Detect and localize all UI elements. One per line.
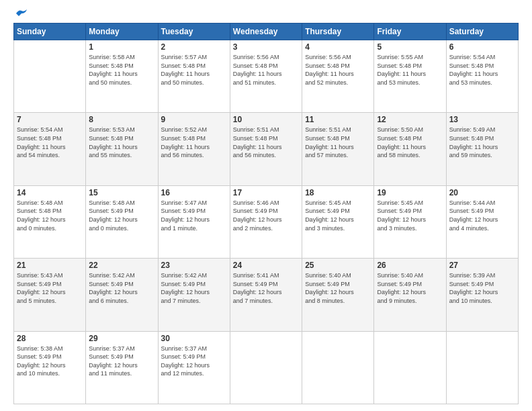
day-number: 28 — [17, 334, 83, 343]
day-number: 30 — [161, 334, 227, 343]
header — [13, 11, 519, 16]
day-number: 17 — [233, 188, 299, 197]
calendar-header: SundayMondayTuesdayWednesdayThursdayFrid… — [14, 24, 519, 40]
calendar-cell: 21Sunrise: 5:43 AM Sunset: 5:49 PM Dayli… — [14, 259, 86, 331]
calendar-cell: 30Sunrise: 5:37 AM Sunset: 5:49 PM Dayli… — [158, 331, 230, 404]
calendar-cell: 25Sunrise: 5:40 AM Sunset: 5:49 PM Dayli… — [302, 259, 374, 331]
day-number: 19 — [377, 188, 443, 197]
day-info: Sunrise: 5:38 AM Sunset: 5:49 PM Dayligh… — [17, 345, 83, 378]
calendar-cell: 13Sunrise: 5:49 AM Sunset: 5:48 PM Dayli… — [446, 113, 518, 185]
day-number: 20 — [449, 188, 515, 197]
logo — [13, 11, 28, 16]
calendar-cell: 16Sunrise: 5:47 AM Sunset: 5:49 PM Dayli… — [158, 185, 230, 258]
day-number: 2 — [161, 42, 227, 52]
calendar-cell: 7Sunrise: 5:54 AM Sunset: 5:48 PM Daylig… — [14, 113, 86, 185]
day-number: 9 — [161, 115, 227, 124]
calendar-week-1: 7Sunrise: 5:54 AM Sunset: 5:48 PM Daylig… — [14, 113, 519, 185]
calendar-cell: 6Sunrise: 5:54 AM Sunset: 5:48 PM Daylig… — [446, 40, 518, 113]
calendar-cell: 2Sunrise: 5:57 AM Sunset: 5:48 PM Daylig… — [158, 40, 230, 113]
calendar-cell: 9Sunrise: 5:52 AM Sunset: 5:48 PM Daylig… — [158, 113, 230, 185]
day-number: 5 — [377, 42, 443, 52]
day-info: Sunrise: 5:51 AM Sunset: 5:48 PM Dayligh… — [233, 126, 299, 159]
day-info: Sunrise: 5:54 AM Sunset: 5:48 PM Dayligh… — [17, 126, 83, 159]
day-info: Sunrise: 5:48 AM Sunset: 5:49 PM Dayligh… — [89, 199, 154, 232]
calendar-cell: 4Sunrise: 5:56 AM Sunset: 5:48 PM Daylig… — [302, 40, 374, 113]
logo-bird-icon — [15, 8, 28, 19]
day-number: 21 — [17, 261, 83, 270]
weekday-header-friday: Friday — [374, 24, 446, 40]
calendar-cell: 1Sunrise: 5:58 AM Sunset: 5:48 PM Daylig… — [86, 40, 158, 113]
calendar-cell: 8Sunrise: 5:53 AM Sunset: 5:48 PM Daylig… — [86, 113, 158, 185]
calendar-week-2: 14Sunrise: 5:48 AM Sunset: 5:48 PM Dayli… — [14, 185, 519, 258]
day-info: Sunrise: 5:48 AM Sunset: 5:48 PM Dayligh… — [17, 199, 83, 232]
day-number: 15 — [89, 188, 154, 197]
day-info: Sunrise: 5:45 AM Sunset: 5:49 PM Dayligh… — [305, 199, 371, 232]
weekday-header-tuesday: Tuesday — [158, 24, 230, 40]
day-info: Sunrise: 5:42 AM Sunset: 5:49 PM Dayligh… — [161, 271, 227, 305]
day-number: 29 — [89, 334, 154, 343]
day-info: Sunrise: 5:54 AM Sunset: 5:48 PM Dayligh… — [449, 53, 515, 87]
day-info: Sunrise: 5:56 AM Sunset: 5:48 PM Dayligh… — [233, 53, 299, 87]
page: SundayMondayTuesdayWednesdayThursdayFrid… — [0, 0, 532, 411]
calendar-cell: 29Sunrise: 5:37 AM Sunset: 5:49 PM Dayli… — [86, 331, 158, 404]
day-number: 26 — [377, 261, 443, 270]
day-number: 8 — [89, 115, 154, 124]
day-number: 1 — [89, 42, 154, 52]
calendar-cell: 22Sunrise: 5:42 AM Sunset: 5:49 PM Dayli… — [86, 259, 158, 331]
day-info: Sunrise: 5:40 AM Sunset: 5:49 PM Dayligh… — [377, 271, 443, 305]
day-info: Sunrise: 5:53 AM Sunset: 5:48 PM Dayligh… — [89, 126, 154, 159]
calendar-cell — [302, 331, 374, 404]
day-number: 27 — [449, 261, 515, 270]
day-info: Sunrise: 5:45 AM Sunset: 5:49 PM Dayligh… — [377, 199, 443, 232]
day-info: Sunrise: 5:50 AM Sunset: 5:48 PM Dayligh… — [377, 126, 443, 159]
calendar-cell: 14Sunrise: 5:48 AM Sunset: 5:48 PM Dayli… — [14, 185, 86, 258]
day-info: Sunrise: 5:42 AM Sunset: 5:49 PM Dayligh… — [89, 271, 154, 305]
calendar-cell: 19Sunrise: 5:45 AM Sunset: 5:49 PM Dayli… — [374, 185, 446, 258]
calendar-cell: 24Sunrise: 5:41 AM Sunset: 5:49 PM Dayli… — [230, 259, 302, 331]
day-number: 12 — [377, 115, 443, 124]
calendar-cell: 3Sunrise: 5:56 AM Sunset: 5:48 PM Daylig… — [230, 40, 302, 113]
day-number: 3 — [233, 42, 299, 52]
weekday-header-wednesday: Wednesday — [230, 24, 302, 40]
calendar-table: SundayMondayTuesdayWednesdayThursdayFrid… — [13, 23, 519, 404]
day-info: Sunrise: 5:43 AM Sunset: 5:49 PM Dayligh… — [17, 271, 83, 305]
day-info: Sunrise: 5:55 AM Sunset: 5:48 PM Dayligh… — [377, 53, 443, 87]
day-number: 16 — [161, 188, 227, 197]
calendar-body: 1Sunrise: 5:58 AM Sunset: 5:48 PM Daylig… — [14, 40, 519, 404]
day-info: Sunrise: 5:39 AM Sunset: 5:49 PM Dayligh… — [449, 271, 515, 305]
weekday-header-sunday: Sunday — [14, 24, 86, 40]
day-number: 13 — [449, 115, 515, 124]
calendar-cell: 27Sunrise: 5:39 AM Sunset: 5:49 PM Dayli… — [446, 259, 518, 331]
day-number: 6 — [449, 42, 515, 52]
calendar-week-3: 21Sunrise: 5:43 AM Sunset: 5:49 PM Dayli… — [14, 259, 519, 331]
day-info: Sunrise: 5:40 AM Sunset: 5:49 PM Dayligh… — [305, 271, 371, 305]
day-info: Sunrise: 5:49 AM Sunset: 5:48 PM Dayligh… — [449, 126, 515, 159]
day-number: 11 — [305, 115, 371, 124]
day-info: Sunrise: 5:37 AM Sunset: 5:49 PM Dayligh… — [89, 345, 154, 378]
day-number: 7 — [17, 115, 83, 124]
day-number: 14 — [17, 188, 83, 197]
calendar-cell — [230, 331, 302, 404]
day-info: Sunrise: 5:58 AM Sunset: 5:48 PM Dayligh… — [89, 53, 154, 87]
calendar-cell: 10Sunrise: 5:51 AM Sunset: 5:48 PM Dayli… — [230, 113, 302, 185]
calendar-cell: 20Sunrise: 5:44 AM Sunset: 5:49 PM Dayli… — [446, 185, 518, 258]
day-info: Sunrise: 5:46 AM Sunset: 5:49 PM Dayligh… — [233, 199, 299, 232]
weekday-header-thursday: Thursday — [302, 24, 374, 40]
calendar-week-0: 1Sunrise: 5:58 AM Sunset: 5:48 PM Daylig… — [14, 40, 519, 113]
calendar-cell: 18Sunrise: 5:45 AM Sunset: 5:49 PM Dayli… — [302, 185, 374, 258]
day-info: Sunrise: 5:47 AM Sunset: 5:49 PM Dayligh… — [161, 199, 227, 232]
day-info: Sunrise: 5:41 AM Sunset: 5:49 PM Dayligh… — [233, 271, 299, 305]
day-number: 10 — [233, 115, 299, 124]
calendar-cell — [446, 331, 518, 404]
weekday-header-saturday: Saturday — [446, 24, 518, 40]
calendar-cell: 5Sunrise: 5:55 AM Sunset: 5:48 PM Daylig… — [374, 40, 446, 113]
day-info: Sunrise: 5:57 AM Sunset: 5:48 PM Dayligh… — [161, 53, 227, 87]
calendar-cell: 12Sunrise: 5:50 AM Sunset: 5:48 PM Dayli… — [374, 113, 446, 185]
day-info: Sunrise: 5:51 AM Sunset: 5:48 PM Dayligh… — [305, 126, 371, 159]
calendar-week-4: 28Sunrise: 5:38 AM Sunset: 5:49 PM Dayli… — [14, 331, 519, 404]
calendar-cell: 23Sunrise: 5:42 AM Sunset: 5:49 PM Dayli… — [158, 259, 230, 331]
day-number: 23 — [161, 261, 227, 270]
calendar-cell — [374, 331, 446, 404]
day-number: 25 — [305, 261, 371, 270]
day-info: Sunrise: 5:52 AM Sunset: 5:48 PM Dayligh… — [161, 126, 227, 159]
